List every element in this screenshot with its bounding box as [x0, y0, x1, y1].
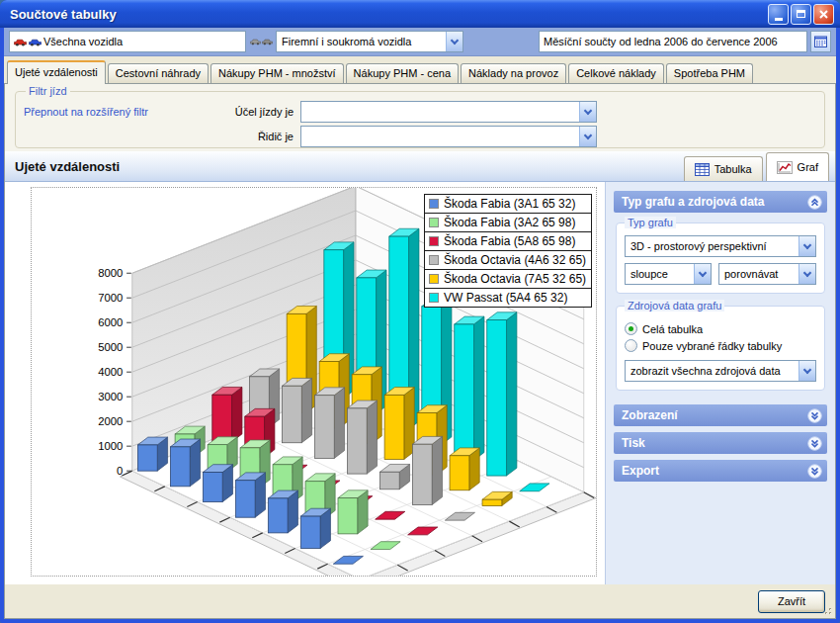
section-header: Ujeté vzdálenosti Tabulka: [5, 151, 835, 182]
tab-tabulka[interactable]: Tabulka: [684, 156, 763, 181]
view-tabs: Tabulka Graf: [684, 151, 829, 181]
radio-whole-table[interactable]: Celá tabulka: [625, 322, 816, 335]
collapse-icon[interactable]: [807, 195, 822, 210]
chart-type-combo[interactable]: 3D - prostorový perspektivní: [625, 235, 816, 257]
combo-arrow-button[interactable]: [579, 102, 596, 122]
chevron-down-icon: [584, 106, 592, 114]
tab-1[interactable]: Cestovní náhrady: [108, 63, 209, 83]
period-filter-value: Měsíční součty od ledna 2006 do července…: [544, 36, 778, 47]
legend-item: Škoda Octavia (7A5 32 65): [425, 270, 591, 289]
combo-arrow-button[interactable]: [579, 127, 596, 146]
combo-arrow-button[interactable]: [798, 236, 815, 256]
legend-label: VW Passat (5A4 65 32): [444, 291, 567, 305]
combo-arrow-button[interactable]: [694, 264, 711, 284]
vehicle-filter-field[interactable]: Všechna vozidla: [9, 31, 246, 52]
footer: Zavřít: [5, 584, 835, 618]
tab-6[interactable]: Spotřeba PHM: [666, 63, 753, 83]
chart-legend: Škoda Fabia (3A1 65 32)Škoda Fabia (3A2 …: [424, 194, 592, 308]
vehicle-filter-value: Všechna vozidla: [43, 36, 123, 47]
calendar-icon: [814, 36, 827, 47]
svg-text:0: 0: [117, 465, 123, 477]
legend-swatch: [429, 293, 439, 303]
svg-text:3000: 3000: [98, 391, 123, 402]
tab-strip: Ujeté vzdálenostiCestovní náhradyNákupy …: [4, 56, 836, 83]
expand-icon[interactable]: [807, 436, 822, 451]
chevron-down-icon: [451, 36, 459, 44]
radio-selected-icon: [625, 322, 637, 335]
minimize-button[interactable]: [768, 4, 789, 25]
radio-selected-rows[interactable]: Pouze vybrané řádky tabulky: [625, 339, 816, 352]
filter-group-title: Filtr jízd: [26, 85, 70, 97]
chevron-down-icon: [803, 240, 811, 248]
legend-label: Škoda Fabia (3A2 65 98): [444, 216, 575, 229]
tab-4[interactable]: Náklady na provoz: [461, 63, 566, 83]
source-data-group-title: Zdrojová data grafu: [625, 300, 724, 312]
tab-graf[interactable]: Graf: [766, 152, 829, 181]
chevron-down-icon: [803, 268, 811, 276]
title-bar[interactable]: Součtové tabulky: [0, 0, 840, 28]
vehicle-pair-button[interactable]: [249, 32, 273, 51]
chevron-down-icon: [699, 268, 707, 276]
window-controls: [766, 4, 834, 25]
section-title: Ujeté vzdálenosti: [15, 159, 120, 174]
minimize-icon: [775, 18, 783, 21]
app-window: Součtové tabulky Všechna vozidla Firemní…: [0, 0, 840, 623]
close-dialog-button[interactable]: Zavřít: [758, 590, 825, 613]
car-gray-icon: [262, 38, 273, 45]
chart-panel: 010002000300040005000600070008000 Škoda …: [5, 182, 605, 584]
combo-arrow-button[interactable]: [446, 32, 462, 51]
legend-item: Škoda Octavia (4A6 32 65): [425, 251, 591, 270]
advanced-filter-link[interactable]: Přepnout na rozšířený filtr: [24, 106, 197, 118]
legend-item: VW Passat (5A4 65 32): [425, 289, 591, 307]
chart-icon: [777, 161, 793, 174]
resize-grip[interactable]: [821, 604, 833, 616]
ownership-filter-combo[interactable]: Firemní i soukromá vozidla: [276, 31, 463, 52]
svg-text:2000: 2000: [98, 415, 123, 427]
car-blue-icon: [29, 38, 42, 46]
panel-header-tisk[interactable]: Tisk: [614, 432, 827, 454]
legend-swatch: [429, 255, 439, 265]
tab-5[interactable]: Celkové náklady: [568, 63, 664, 83]
tab-page: Filtr jízd Přepnout na rozšířený filtr Ú…: [4, 83, 836, 619]
legend-item: Škoda Fabia (3A2 65 98): [425, 214, 591, 232]
panel-header-export[interactable]: Export: [614, 460, 827, 482]
source-display-combo[interactable]: zobrazit všechna zdrojová data: [625, 360, 816, 382]
radio-unselected-icon: [625, 339, 637, 352]
expand-icon[interactable]: [807, 408, 822, 423]
chart-type-group-title: Typ grafu: [625, 217, 676, 228]
period-filter-field[interactable]: Měsíční součty od ledna 2006 do července…: [539, 31, 807, 52]
tab-3[interactable]: Nákupy PHM - cena: [346, 63, 459, 83]
filter-group: Filtr jízd Přepnout na rozšířený filtr Ú…: [15, 91, 825, 148]
expand-icon[interactable]: [807, 464, 822, 479]
side-panel: Typ grafu a zdrojová data Typ grafu 3D -…: [605, 182, 835, 584]
chart-type-value: 3D - prostorový perspektivní: [626, 240, 798, 252]
panel-header-zobrazeni[interactable]: Zobrazení: [614, 404, 827, 426]
svg-text:5000: 5000: [98, 341, 123, 353]
window-title: Součtové tabulky: [10, 7, 117, 22]
svg-text:6000: 6000: [98, 316, 123, 328]
combo-arrow-button[interactable]: [798, 361, 815, 381]
purpose-combo[interactable]: [300, 101, 597, 123]
combo-arrow-button[interactable]: [798, 264, 815, 284]
chart-mode-combo[interactable]: porovnávat: [718, 263, 816, 285]
legend-swatch: [429, 218, 439, 227]
toolbar: Všechna vozidla Firemní i soukromá vozid…: [4, 28, 836, 56]
tab-tabulka-label: Tabulka: [714, 163, 752, 175]
tab-2[interactable]: Nákupy PHM - množství: [210, 63, 344, 83]
calendar-button[interactable]: [810, 31, 831, 52]
svg-text:7000: 7000: [98, 292, 123, 304]
chevron-down-icon: [803, 365, 811, 373]
legend-swatch: [429, 236, 439, 246]
ownership-filter-value: Firemní i soukromá vozidla: [277, 36, 446, 47]
maximize-icon: [797, 10, 805, 18]
legend-swatch: [429, 199, 439, 209]
legend-item: Škoda Fabia (5A8 65 98): [425, 232, 591, 251]
close-button[interactable]: [813, 4, 834, 25]
panel-header-chart-type[interactable]: Typ grafu a zdrojová data: [614, 191, 827, 213]
driver-combo[interactable]: [300, 126, 597, 147]
legend-label: Škoda Octavia (7A5 32 65): [444, 272, 586, 286]
close-icon: [818, 9, 829, 20]
chart-shape-combo[interactable]: sloupce: [625, 263, 712, 285]
maximize-button[interactable]: [791, 4, 811, 25]
tab-0[interactable]: Ujeté vzdálenosti: [7, 60, 106, 84]
